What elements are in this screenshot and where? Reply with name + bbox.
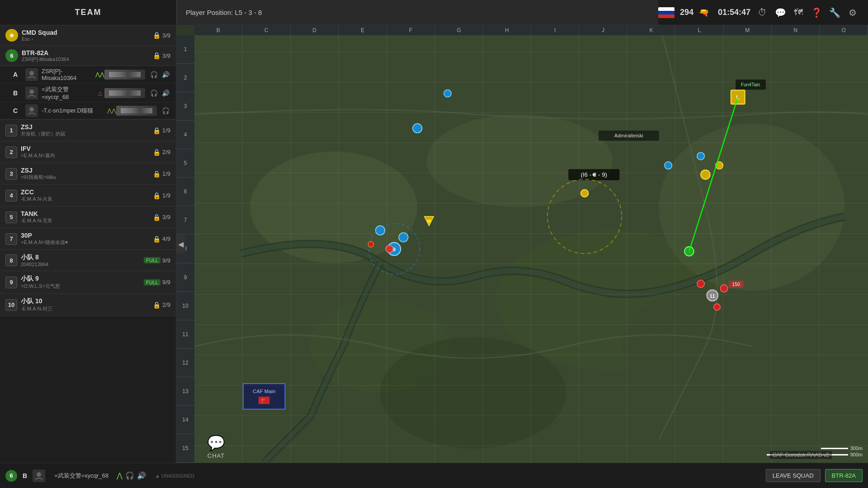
scale-300-bar	[821, 448, 848, 449]
row-5: 5	[176, 149, 194, 178]
member-c-icon	[25, 104, 38, 117]
col-k: K	[627, 25, 675, 35]
topbar: TEAM Player Position: L5 - 3 - 8 294 🔫 0…	[0, 0, 868, 25]
svg-point-7	[659, 124, 845, 291]
svg-text:Fun4Tain: Fun4Tain	[741, 82, 760, 87]
col-d: D	[291, 25, 339, 35]
squad-1-lock: 🔒	[153, 127, 160, 134]
squad-1-sub: 开发机（摆烂）的鼠	[21, 131, 153, 137]
squad-3[interactable]: 3 ZSJ =叫我葡萄=lillliu 🔒 1/9	[0, 163, 176, 185]
svg-point-46	[376, 226, 385, 235]
squad-1-name: ZSJ	[21, 123, 153, 131]
btr-count: 🔒 3/9	[153, 52, 170, 59]
squad-8-full: FULL	[144, 257, 160, 263]
map-container[interactable]: B C D E F G H I J K L M N O 1 2 3 4 5 6 …	[176, 25, 868, 463]
squad-2-name: IFV	[21, 145, 153, 152]
map-name-label: CAF Gorodok RAAS v2	[770, 451, 832, 459]
team-title: TEAM	[0, 8, 176, 17]
svg-text:Admiralteiski: Admiralteiski	[614, 133, 643, 138]
member-a-icon	[25, 68, 38, 81]
scale-300-text: 300m	[850, 446, 863, 451]
bottom-letter: B	[23, 472, 27, 479]
col-g: G	[435, 25, 483, 35]
bottom-chevron-icon: ⋀	[117, 471, 123, 480]
timer: 01:54:47	[718, 8, 750, 17]
help-icon[interactable]: ❓	[810, 6, 823, 19]
squad-9-name: 小队 9	[21, 275, 144, 283]
svg-rect-38	[243, 384, 285, 409]
squad-1-badge: 1	[5, 125, 17, 136]
squad-3-name: ZSJ	[21, 167, 153, 174]
scale-900-text: 900m	[850, 452, 863, 457]
squad-7-count: 🔒 4/9	[153, 235, 170, 243]
squad-8[interactable]: 8 小队 8 2040213864 FULL 9/9	[0, 250, 176, 271]
squad-5-name: TANK	[21, 210, 153, 217]
rank-icon-c: ⋀⋀	[107, 106, 116, 115]
chat-button[interactable]: 💬 CHAT	[198, 434, 234, 459]
row-1: 1	[176, 35, 194, 64]
squad-2-badge: 2	[5, 146, 17, 158]
scale-300-line: 300m	[821, 446, 863, 451]
settings-icon[interactable]: ⚙	[846, 6, 859, 19]
squad-4-lock: 🔒	[153, 192, 160, 199]
svg-point-74	[593, 174, 595, 176]
col-n: N	[772, 25, 820, 35]
squad-3-lock: 🔒	[153, 170, 160, 178]
speaker-icon-b: 🔊	[160, 88, 170, 98]
topbar-right: 294 🔫 01:54:47 ⏱ 💬 🗺 ❓ 🔧 ⚙	[658, 6, 868, 19]
member-b-row: B =武装交警=xycqr_68 △ 🎧 🔊	[0, 84, 176, 103]
squad-5-lock: 🔒	[153, 214, 160, 221]
member-b-icon	[25, 87, 38, 99]
col-h: H	[483, 25, 531, 35]
squad-10-lock: 🔒	[153, 301, 160, 309]
bottom-player-name: =武装交警=xycqr_68	[54, 472, 108, 480]
svg-point-9	[380, 337, 566, 449]
svg-point-62	[581, 189, 588, 197]
col-c: C	[242, 25, 290, 35]
squad-2[interactable]: 2 IFV =E.M.A.N=暮尚 🔒 2/9	[0, 141, 176, 163]
svg-text:11: 11	[710, 294, 715, 299]
member-b-actions: 🎧 🔊	[149, 88, 170, 98]
squad-5-badge: 5	[5, 211, 17, 223]
squad-5[interactable]: 5 TANK -E.M.A.N-无常 🔒 3/9	[0, 206, 176, 228]
clock-icon[interactable]: ⏱	[756, 6, 769, 19]
squad-cmd[interactable]: ★ CMD Squad Esc › 🔒 3/9	[0, 25, 176, 46]
col-i: I	[531, 25, 579, 35]
tools-icon[interactable]: 🔧	[828, 6, 841, 19]
squad-4[interactable]: 4 ZCC -E.M.A.N-火良 🔒 1/9	[0, 185, 176, 206]
bottom-unassigned-section: ▲ UNASSIGNED	[155, 473, 194, 479]
svg-point-1	[29, 89, 34, 94]
vehicle-button[interactable]: BTR-82A	[825, 469, 863, 482]
headset-icon-a: 🎧	[149, 70, 159, 80]
member-a-actions: 🎧 🔊	[149, 70, 170, 80]
svg-point-59	[697, 152, 704, 160]
chat-icon[interactable]: 💬	[774, 6, 787, 19]
squad-btr[interactable]: 6 BTR-82A ZSR[P]-Misaka10364 🔒 3/9	[0, 46, 176, 66]
squad-9[interactable]: 9 小队 9 =O.W.L.S=元气惹 FULL 9/9	[0, 271, 176, 294]
btr-sub: ZSR[P]-Misaka10364	[22, 56, 153, 62]
squad-1[interactable]: 1 ZSJ 开发机（摆烂）的鼠 🔒 1/9	[0, 120, 176, 141]
cmd-sub: Esc ›	[22, 36, 153, 42]
member-c-name: -T.c-sn1mper.D猫猫	[42, 107, 107, 115]
ammo-icon: 🔫	[699, 8, 709, 18]
map-icon[interactable]: 🗺	[792, 6, 805, 19]
svg-point-47	[399, 233, 408, 242]
unassigned-text: ▲ UNASSIGNED	[155, 473, 194, 479]
squad-10[interactable]: 10 小队 10 -E.M.A.N-对三 🔒 2/9	[0, 294, 176, 316]
btr-name: BTR-82A	[22, 49, 153, 56]
headset-icon-b: 🎧	[149, 88, 159, 98]
squad-7[interactable]: 7 30P +E.M.A.N=随侯余温♥ 🔒 4/9	[0, 228, 176, 250]
squad-7-lock: 🔒	[153, 235, 160, 243]
squad-5-count: 🔒 3/9	[153, 214, 170, 221]
member-b-name: =武装交警=xycqr_68	[42, 85, 95, 100]
row-2: 2	[176, 64, 194, 92]
map-image[interactable]: CAF Main 🚩 Admiralteiski 9	[194, 35, 868, 463]
svg-point-69	[714, 304, 720, 310]
svg-point-0	[29, 71, 34, 75]
leave-squad-button[interactable]: LEAVE SQUAD	[766, 469, 821, 482]
member-b-letter: B	[9, 87, 22, 99]
squad-3-sub: =叫我葡萄=lillliu	[21, 174, 153, 181]
collapse-panel-button[interactable]: ◀	[176, 235, 185, 253]
bottom-squad-badge: 6	[5, 470, 17, 482]
squad-9-sub: =O.W.L.S=元气惹	[21, 283, 144, 290]
